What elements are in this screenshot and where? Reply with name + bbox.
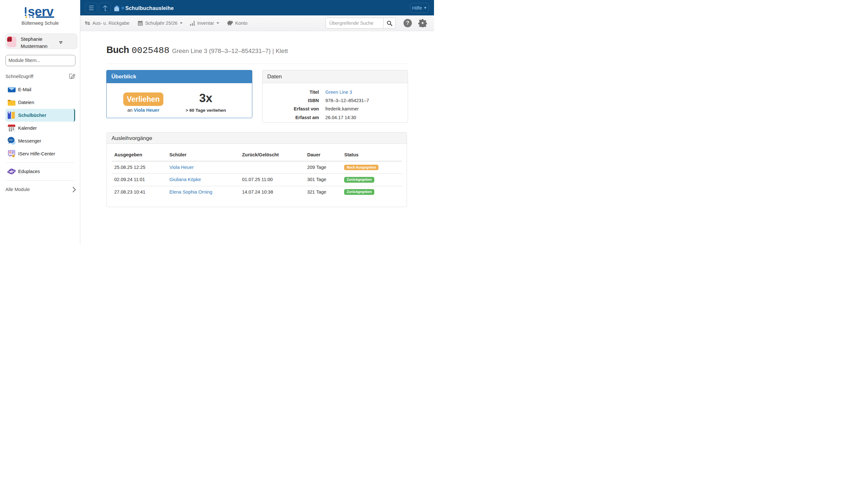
svg-text:?: ? [13, 155, 14, 157]
